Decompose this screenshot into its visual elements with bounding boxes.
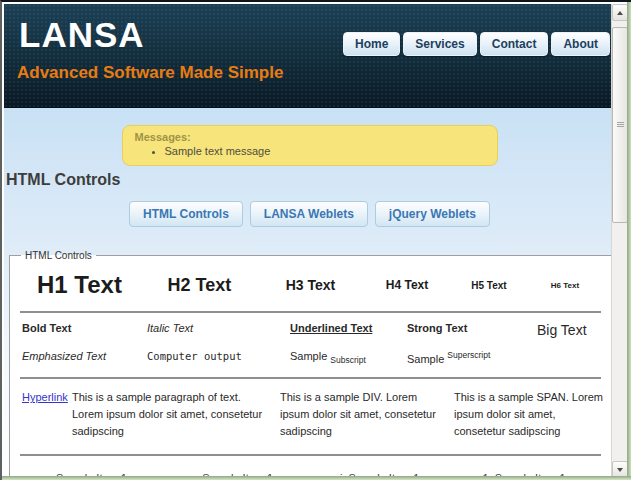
h1-sample: H1 Text	[18, 271, 141, 299]
page-body: Messages: Sample text message HTML Contr…	[4, 108, 615, 478]
scrollbar-thumb[interactable]	[612, 27, 628, 223]
sample-div: This is a sample DIV. Lorem ipsum dolor …	[280, 389, 448, 440]
h2-sample: H2 Text	[141, 275, 258, 296]
italic-text-sample: Italic Text	[147, 322, 290, 338]
subscript-text: Subscript	[330, 355, 365, 365]
tab-lansa-weblets[interactable]: LANSA Weblets	[250, 201, 368, 227]
messages-label: Messages:	[135, 131, 485, 143]
strong-text-sample: Strong Text	[407, 322, 537, 338]
emphasized-text-sample: Emphasized Text	[22, 350, 147, 365]
tab-bar: HTML Controls LANSA Weblets jQuery Weble…	[4, 201, 615, 227]
nav-contact-button[interactable]: Contact	[480, 32, 549, 56]
scroll-up-button[interactable]	[612, 4, 628, 21]
site-header: LANSA Home Services Contact About Advanc…	[4, 4, 615, 108]
page-content: LANSA Home Services Contact About Advanc…	[4, 4, 615, 478]
tab-html-controls[interactable]: HTML Controls	[129, 201, 243, 227]
sample-hyperlink[interactable]: Hyperlink	[22, 389, 66, 406]
vertical-scrollbar[interactable]	[611, 4, 627, 478]
bold-text-sample: Bold Text	[22, 322, 147, 338]
underlined-text-sample: Underlined Text	[290, 322, 407, 338]
main-nav: Home Services Contact About	[343, 32, 610, 56]
tab-jquery-weblets[interactable]: jQuery Weblets	[375, 201, 490, 227]
nav-services-button[interactable]: Services	[403, 32, 476, 56]
messages-list: Sample text message	[165, 145, 485, 158]
paragraph-row: Hyperlink This is a sample paragraph of …	[18, 379, 603, 454]
scroll-up-icon	[617, 11, 623, 15]
subscript-base: Sample	[290, 350, 327, 362]
nav-about-button[interactable]: About	[551, 32, 610, 56]
site-tagline: Advanced Software Made Simple	[17, 63, 283, 83]
h6-sample: H6 Text	[527, 281, 603, 290]
nav-home-button[interactable]: Home	[343, 32, 400, 56]
page-title: HTML Controls	[6, 171, 615, 189]
superscript-sample: Sample Superscript	[407, 350, 537, 365]
sample-span: This is a sample SPAN. Lorem ipsum dolor…	[454, 389, 603, 440]
window-frame-right	[627, 2, 631, 480]
computer-output-sample: Computer output	[147, 350, 290, 365]
h3-sample: H3 Text	[258, 277, 363, 293]
h4-sample: H4 Text	[363, 278, 451, 292]
big-text-sample: Big Text	[537, 322, 603, 338]
sample-paragraph: This is a sample paragraph of text. Lore…	[72, 389, 274, 440]
superscript-base: Sample	[407, 353, 444, 365]
subscript-sample: Sample Subscript	[290, 350, 407, 365]
lansa-logo: LANSA	[19, 15, 145, 55]
panel-legend: HTML Controls	[21, 250, 96, 261]
window-frame-bottom	[2, 476, 631, 480]
message-item: Sample text message	[165, 145, 485, 158]
lists-row: Sample Item 1 Sample Item 2 Sample Item …	[18, 456, 603, 478]
headings-row: H1 Text H2 Text H3 Text H4 Text H5 Text …	[18, 261, 603, 311]
h5-sample: H5 Text	[451, 280, 527, 291]
messages-box: Messages: Sample text message	[122, 125, 498, 166]
html-controls-panel: HTML Controls H1 Text H2 Text H3 Text H4…	[9, 250, 612, 478]
scroll-down-icon	[617, 468, 623, 472]
browser-viewport: LANSA Home Services Contact About Advanc…	[0, 0, 631, 480]
text-styles-grid: Bold Text Italic Text Underlined Text St…	[18, 313, 603, 377]
empty-cell	[537, 350, 603, 365]
superscript-text: Superscript	[447, 350, 490, 360]
scrollbar-grip-icon	[617, 122, 624, 128]
